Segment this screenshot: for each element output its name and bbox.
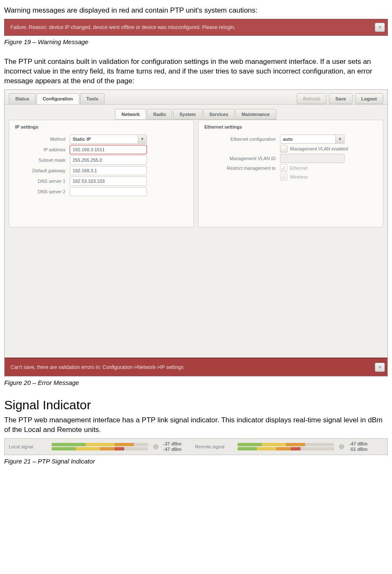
signal-indicator-heading: Signal Indicator bbox=[4, 398, 388, 412]
default-gateway-input[interactable] bbox=[70, 166, 147, 175]
config-screenshot: Status Configuration Tools Refresh Save … bbox=[4, 90, 388, 377]
figure20-caption: Figure 20 – Error Message bbox=[4, 379, 388, 386]
ip-settings-panel: IP settings Method ▼ IP address Subnet m… bbox=[9, 120, 194, 227]
ip-address-label: IP address bbox=[15, 147, 70, 152]
validation-paragraph: The PTP unit contains built in validatio… bbox=[4, 57, 388, 86]
main-tab-row: Status Configuration Tools Refresh Save … bbox=[5, 90, 387, 105]
subtab-network[interactable]: Network bbox=[115, 109, 146, 120]
remote-signal-dot-icon bbox=[339, 444, 344, 449]
refresh-button[interactable]: Refresh bbox=[297, 93, 327, 104]
eth-config-label: Ethernet configuration bbox=[204, 137, 280, 142]
signal-paragraph: The PTP web management interface has a P… bbox=[4, 416, 388, 435]
tab-status[interactable]: Status bbox=[9, 93, 36, 104]
remote-top-value: -47 dBm bbox=[349, 441, 367, 447]
dns1-input[interactable] bbox=[70, 176, 147, 186]
subtab-radio[interactable]: Radio bbox=[147, 109, 172, 120]
remote-bot-value: -51 dBm bbox=[349, 447, 367, 452]
ip-settings-title: IP settings bbox=[15, 124, 188, 129]
subtab-services[interactable]: Services bbox=[203, 109, 235, 120]
subtab-system[interactable]: System bbox=[173, 109, 202, 120]
local-bot-value: -47 dBm bbox=[163, 447, 181, 452]
dns2-input[interactable] bbox=[70, 187, 147, 196]
ip-address-input[interactable] bbox=[70, 145, 147, 154]
local-signal-bars bbox=[52, 443, 148, 450]
tab-configuration[interactable]: Configuration bbox=[37, 93, 79, 104]
method-select[interactable] bbox=[70, 134, 147, 144]
eth-config-select[interactable] bbox=[280, 134, 345, 144]
ethernet-settings-panel: Ethernet settings Ethernet configuration… bbox=[198, 120, 383, 227]
intro-paragraph: Warning messages are displayed in red an… bbox=[4, 6, 388, 16]
ethernet-settings-title: Ethernet settings bbox=[204, 124, 377, 129]
local-signal-label: Local signal bbox=[9, 444, 47, 449]
local-top-value: -37 dBm bbox=[163, 441, 181, 447]
dns1-label: DNS server 1 bbox=[15, 179, 70, 184]
vlan-enabled-checkbox[interactable] bbox=[280, 145, 287, 153]
restrict-label: Restrict management to bbox=[204, 166, 280, 171]
warning-text: Failure. Reason: device IP changed, devi… bbox=[10, 24, 235, 30]
remote-signal-label: Remote signal bbox=[195, 444, 233, 449]
warning-banner: Failure. Reason: device IP changed, devi… bbox=[4, 19, 388, 36]
restrict-ethernet-checkbox[interactable]: ✓ bbox=[280, 164, 287, 172]
local-signal-dot-icon bbox=[153, 444, 158, 449]
chevron-down-icon[interactable]: ▼ bbox=[335, 135, 344, 143]
sub-tab-row: Network Radio System Services Maintenanc… bbox=[5, 105, 387, 120]
close-icon[interactable]: × bbox=[375, 23, 385, 32]
subnet-mask-label: Subnet mask bbox=[15, 158, 70, 163]
blank-area bbox=[5, 232, 387, 358]
vlan-enabled-label: Management VLAN enabled bbox=[290, 146, 348, 151]
restrict-wireless-checkbox[interactable]: ✓ bbox=[280, 173, 287, 181]
vlan-id-input[interactable] bbox=[280, 154, 345, 163]
logout-button[interactable]: Logout bbox=[355, 93, 383, 104]
chevron-down-icon[interactable]: ▼ bbox=[138, 135, 146, 143]
error-banner: Can't save, there are validation errors … bbox=[5, 358, 387, 376]
tab-tools[interactable]: Tools bbox=[80, 93, 105, 104]
default-gateway-label: Default gateway bbox=[15, 168, 70, 173]
close-icon[interactable]: × bbox=[375, 363, 385, 372]
error-text: Can't save, there are validation errors … bbox=[10, 364, 183, 370]
remote-signal-bars bbox=[238, 443, 334, 450]
dns2-label: DNS server 2 bbox=[15, 189, 70, 194]
figure19-caption: Figure 19 – Warning Message bbox=[4, 38, 388, 45]
signal-indicator-screenshot: Local signal -37 dBm -47 dBm Remote sign… bbox=[4, 438, 388, 455]
restrict-ethernet-label: Ethernet bbox=[290, 166, 308, 171]
restrict-wireless-label: Wireless bbox=[290, 174, 308, 179]
subnet-mask-input[interactable] bbox=[70, 155, 147, 165]
subtab-maintenance[interactable]: Maintenance bbox=[235, 109, 276, 120]
figure21-caption: Figure 21 – PTP Signal Indicator bbox=[4, 458, 388, 465]
method-label: Method bbox=[15, 137, 70, 142]
save-button[interactable]: Save bbox=[329, 93, 353, 104]
vlan-id-label: Management VLAN ID bbox=[204, 156, 280, 161]
